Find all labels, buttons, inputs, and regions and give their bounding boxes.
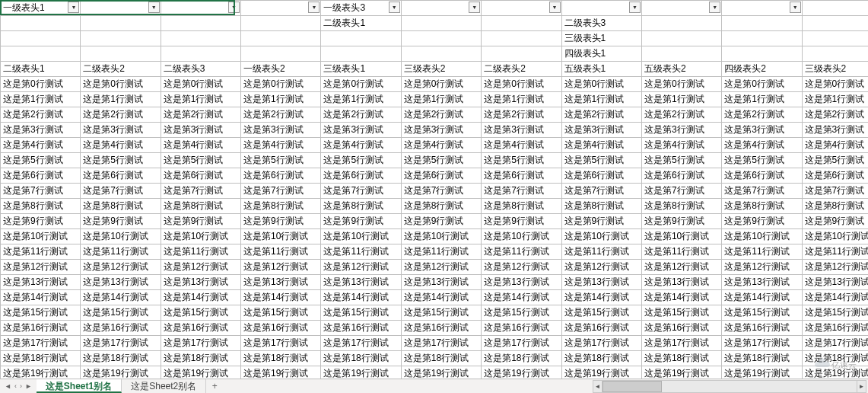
cell[interactable]: 这是第18行测试 [81, 351, 161, 366]
cell[interactable] [241, 16, 321, 31]
cell[interactable]: 这是第4行测试 [561, 138, 641, 153]
scroll-right-icon[interactable]: ► [857, 381, 866, 392]
cell[interactable]: 这是第12行测试 [1, 260, 81, 275]
cell[interactable]: 这是第12行测试 [722, 260, 802, 275]
cell[interactable]: 这是第16行测试 [722, 321, 802, 336]
cell[interactable]: 这是第7行测试 [81, 184, 161, 199]
cell[interactable] [401, 31, 481, 46]
cell[interactable]: 这是第11行测试 [1, 244, 81, 260]
cell[interactable] [722, 46, 802, 62]
cell[interactable]: 三级表头2 [401, 62, 481, 77]
cell[interactable] [81, 31, 161, 46]
cell[interactable]: 三级表头1 [561, 31, 641, 46]
cell[interactable]: 这是第5行测试 [802, 153, 868, 168]
cell[interactable]: 这是第4行测试 [81, 138, 161, 153]
cell[interactable]: 这是第8行测试 [81, 199, 161, 214]
cell[interactable]: 三级表头2 [802, 62, 868, 77]
add-sheet-button[interactable]: + [206, 379, 223, 393]
cell[interactable] [482, 31, 561, 46]
tab-nav-controls[interactable]: ◄ ‹ › ► [0, 379, 37, 393]
cell[interactable]: 这是第16行测试 [241, 321, 321, 336]
cell[interactable]: 这是第0行测试 [241, 77, 321, 92]
cell[interactable]: 二级表头1 [321, 16, 401, 31]
cell[interactable]: 四级表头2 [722, 62, 802, 77]
cell[interactable]: 这是第10行测试 [321, 229, 401, 244]
cell[interactable]: 这是第9行测试 [641, 214, 721, 229]
cell[interactable]: 这是第15行测试 [722, 305, 802, 321]
cell[interactable]: 这是第9行测试 [401, 214, 481, 229]
cell[interactable]: 这是第19行测试 [321, 366, 401, 379]
cell[interactable]: 这是第5行测试 [241, 153, 321, 168]
cell[interactable]: 四级表头1 [561, 46, 641, 62]
cell[interactable]: 这是第16行测试 [561, 321, 641, 336]
cell[interactable]: 这是第15行测试 [561, 305, 641, 321]
cell[interactable]: 这是第1行测试 [81, 92, 161, 107]
cell[interactable]: 这是第6行测试 [802, 168, 868, 184]
cell[interactable]: 这是第4行测试 [241, 138, 321, 153]
cell[interactable]: 这是第2行测试 [1, 107, 81, 123]
cell[interactable] [401, 1, 481, 16]
tab-nav-next-icon[interactable]: › [20, 382, 22, 390]
cell[interactable]: 这是第17行测试 [802, 336, 868, 351]
cell[interactable]: 这是第17行测试 [241, 336, 321, 351]
cell[interactable]: 这是第19行测试 [241, 366, 321, 379]
cell[interactable]: 这是第13行测试 [561, 275, 641, 290]
cell[interactable]: 这是第6行测试 [401, 168, 481, 184]
cell[interactable]: 这是第11行测试 [321, 244, 401, 260]
cell[interactable]: 这是第18行测试 [561, 351, 641, 366]
cell[interactable]: 这是第8行测试 [1, 199, 81, 214]
cell[interactable]: 这是第19行测试 [161, 366, 240, 379]
cell[interactable] [641, 46, 721, 62]
cell[interactable]: 这是第13行测试 [641, 275, 721, 290]
cell[interactable]: 这是第19行测试 [81, 366, 161, 379]
cell[interactable]: 这是第1行测试 [241, 92, 321, 107]
cell[interactable]: 二级表头3 [561, 16, 641, 31]
cell[interactable]: 这是第8行测试 [561, 199, 641, 214]
cell[interactable]: 二级表头1 [1, 62, 81, 77]
cell[interactable]: 这是第4行测试 [1, 138, 81, 153]
cell[interactable] [241, 31, 321, 46]
cell[interactable]: 这是第15行测试 [241, 305, 321, 321]
cell[interactable]: 这是第11行测试 [241, 244, 321, 260]
cell[interactable]: 这是第8行测试 [722, 199, 802, 214]
cell[interactable]: 这是第2行测试 [722, 107, 802, 123]
cell[interactable]: 这是第10行测试 [722, 229, 802, 244]
cell[interactable]: 这是第7行测试 [321, 184, 401, 199]
cell[interactable]: 这是第1行测试 [161, 92, 240, 107]
cell[interactable]: 这是第3行测试 [81, 123, 161, 138]
cell[interactable] [401, 46, 481, 62]
cell[interactable]: 这是第9行测试 [482, 214, 561, 229]
cell[interactable]: 这是第2行测试 [321, 107, 401, 123]
filter-dropdown-icon[interactable] [228, 2, 240, 13]
cell[interactable]: 这是第10行测试 [482, 229, 561, 244]
cell[interactable]: 这是第11行测试 [482, 244, 561, 260]
cell[interactable]: 这是第18行测试 [802, 351, 868, 366]
cell[interactable]: 这是第19行测试 [802, 366, 868, 379]
cell[interactable]: 这是第0行测试 [1, 77, 81, 92]
cell[interactable]: 这是第14行测试 [81, 290, 161, 305]
cell[interactable]: 这是第0行测试 [561, 77, 641, 92]
cell[interactable] [641, 1, 721, 16]
cell[interactable]: 这是第5行测试 [482, 153, 561, 168]
cell[interactable]: 这是第1行测试 [561, 92, 641, 107]
filter-dropdown-icon[interactable] [549, 2, 561, 13]
cell[interactable]: 这是第11行测试 [641, 244, 721, 260]
cell[interactable]: 这是第9行测试 [722, 214, 802, 229]
cell[interactable]: 这是第18行测试 [241, 351, 321, 366]
cell[interactable]: 这是第9行测试 [161, 214, 240, 229]
cell[interactable]: 这是第12行测试 [161, 260, 240, 275]
cell[interactable]: 这是第16行测试 [482, 321, 561, 336]
cell[interactable]: 这是第1行测试 [641, 92, 721, 107]
filter-dropdown-icon[interactable] [148, 2, 160, 13]
cell[interactable]: 一级表头1 [1, 1, 81, 16]
cell[interactable]: 这是第7行测试 [641, 184, 721, 199]
cell[interactable]: 这是第17行测试 [641, 336, 721, 351]
cell[interactable]: 这是第14行测试 [161, 290, 240, 305]
cell[interactable]: 这是第5行测试 [401, 153, 481, 168]
cell[interactable]: 这是第18行测试 [641, 351, 721, 366]
cell[interactable]: 这是第3行测试 [561, 123, 641, 138]
cell[interactable]: 一级表头3 [321, 1, 401, 16]
cell[interactable]: 这是第11行测试 [81, 244, 161, 260]
cell[interactable]: 这是第1行测试 [401, 92, 481, 107]
cell[interactable]: 这是第4行测试 [722, 138, 802, 153]
